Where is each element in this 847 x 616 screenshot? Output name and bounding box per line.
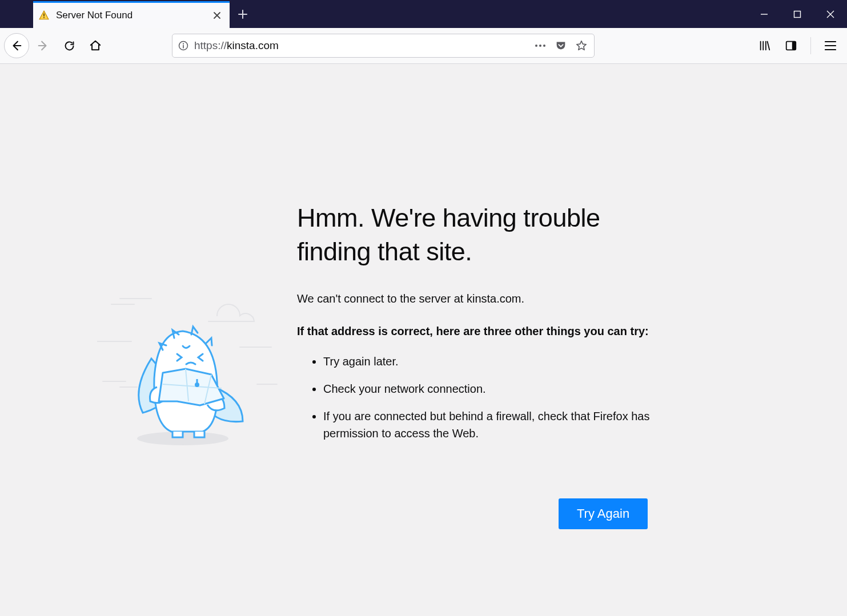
error-tip: Try again later. (323, 353, 651, 370)
svg-rect-2 (794, 11, 801, 17)
browser-tab[interactable]: Server Not Found (33, 1, 230, 28)
nav-toolbar: https://kinsta.com (0, 28, 847, 64)
window-close-button[interactable] (814, 0, 847, 28)
reload-button[interactable] (57, 33, 82, 58)
url-protocol: https:// (194, 39, 227, 51)
back-button[interactable] (4, 33, 29, 58)
svg-point-7 (539, 45, 541, 47)
error-tips-list: Try again later. Check your network conn… (297, 353, 651, 442)
forward-button[interactable] (30, 33, 55, 58)
window-controls (748, 0, 847, 28)
try-again-button[interactable]: Try Again (559, 498, 648, 529)
svg-rect-10 (792, 42, 796, 50)
error-content: Hmm. We're having trouble finding that s… (297, 202, 651, 452)
app-menu-icon[interactable] (818, 33, 843, 58)
library-icon[interactable] (752, 33, 777, 58)
error-illustration (97, 284, 286, 456)
bookmark-star-icon[interactable] (573, 38, 589, 54)
site-info-icon[interactable] (177, 39, 190, 52)
svg-point-4 (183, 43, 184, 45)
title-bar: Server Not Found (0, 0, 847, 28)
tab-title: Server Not Found (56, 10, 210, 21)
pocket-icon[interactable] (553, 38, 569, 54)
svg-point-6 (535, 45, 537, 47)
svg-rect-5 (183, 45, 184, 49)
window-maximize-button[interactable] (781, 0, 814, 28)
page-actions-icon[interactable] (532, 38, 548, 54)
home-button[interactable] (83, 33, 108, 58)
url-text[interactable]: https://kinsta.com (194, 39, 528, 52)
error-page: Hmm. We're having trouble finding that s… (0, 65, 847, 616)
window-minimize-button[interactable] (748, 0, 781, 28)
error-message: We can't connect to the server at kinsta… (297, 292, 651, 305)
url-domain: kinsta.com (227, 39, 279, 51)
warning-icon (39, 10, 49, 21)
svg-rect-1 (43, 17, 45, 18)
error-heading: Hmm. We're having trouble finding that s… (297, 202, 651, 268)
url-bar[interactable]: https://kinsta.com (172, 34, 595, 58)
error-tip: Check your network connection. (323, 380, 651, 397)
error-suggest-intro: If that address is correct, here are thr… (297, 323, 651, 340)
toolbar-separator (810, 37, 811, 54)
titlebar-left-pad (0, 0, 33, 28)
new-tab-button[interactable] (230, 0, 256, 28)
tab-close-button[interactable] (210, 9, 224, 22)
sidebar-icon[interactable] (778, 33, 804, 58)
error-tip: If you are connected but behind a firewa… (323, 408, 651, 442)
svg-point-8 (543, 45, 545, 47)
svg-rect-0 (43, 14, 45, 17)
